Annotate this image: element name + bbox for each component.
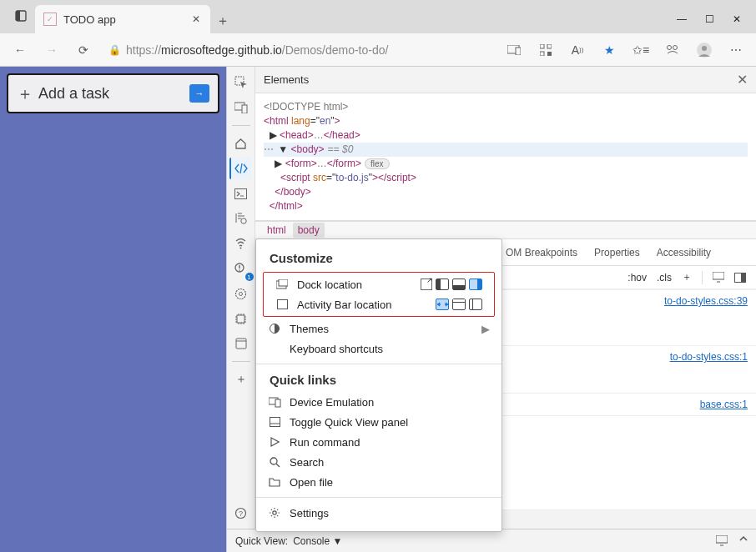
- search-row[interactable]: Search: [256, 452, 501, 472]
- dock-left-button[interactable]: [436, 279, 449, 290]
- dock-bottom-button[interactable]: [452, 279, 466, 290]
- svg-rect-3: [516, 48, 521, 55]
- add-task-label: Add a task: [38, 85, 109, 103]
- submit-task-button[interactable]: →: [189, 84, 209, 103]
- back-button[interactable]: ←: [7, 37, 33, 63]
- toggle-layout-icon[interactable]: [734, 273, 746, 283]
- device-emulation-row[interactable]: Device Emulation: [256, 392, 501, 412]
- browser-tab[interactable]: ✓ TODO app ✕: [35, 5, 210, 33]
- computed-icon[interactable]: [713, 272, 724, 283]
- open-file-row[interactable]: Open file: [256, 472, 501, 492]
- activity-bar: ＋ ?: [227, 67, 255, 529]
- layout-icon: [275, 298, 289, 311]
- ab-mode-left[interactable]: [469, 299, 482, 310]
- console-tab-icon[interactable]: [230, 183, 252, 204]
- ab-mode-top[interactable]: [452, 299, 466, 310]
- theme-icon: [268, 322, 281, 335]
- tab-favicon-icon: ✓: [43, 13, 57, 26]
- window-controls: — ☐ ✕: [677, 13, 749, 33]
- read-aloud-icon[interactable]: A)): [564, 37, 591, 63]
- toggle-quick-view-row[interactable]: Toggle Quick View panel: [256, 412, 501, 432]
- dock-location-row[interactable]: Dock location: [264, 274, 494, 294]
- breadcrumb-html[interactable]: html: [262, 223, 291, 238]
- dom-tree[interactable]: <!DOCTYPE html> <html lang="en"> ▶ <head…: [255, 93, 756, 221]
- dock-right-button[interactable]: [469, 279, 482, 290]
- collections-icon[interactable]: [659, 37, 686, 63]
- sources-tab-icon[interactable]: [230, 208, 252, 229]
- profile-icon[interactable]: [691, 37, 718, 63]
- minimize-button[interactable]: —: [677, 13, 687, 25]
- run-icon: [268, 435, 281, 449]
- panel-close-icon[interactable]: ✕: [737, 72, 748, 88]
- svg-point-8: [668, 45, 672, 49]
- address-bar[interactable]: 🔒 https://microsoftedge.github.io/Demos/…: [102, 38, 496, 63]
- gear-icon: [268, 506, 281, 519]
- tab-properties[interactable]: Properties: [594, 247, 640, 258]
- cls-toggle[interactable]: .cls: [657, 272, 672, 284]
- panel-title: Elements: [264, 73, 309, 86]
- devtools-panel: ＋ ? Elements ✕ <!DOCTYPE html> <html lan…: [226, 67, 756, 552]
- highlighted-region: Dock location Activity Bar: [263, 272, 495, 317]
- help-icon[interactable]: ?: [230, 502, 252, 524]
- new-tab-button[interactable]: ＋: [210, 8, 235, 33]
- quick-view-bar[interactable]: Quick View: Console ▼: [227, 529, 756, 552]
- ab-mode-auto[interactable]: [436, 299, 449, 310]
- svg-rect-28: [741, 273, 746, 282]
- themes-row[interactable]: Themes ▶: [256, 319, 501, 339]
- maximize-button[interactable]: ☐: [705, 13, 714, 25]
- svg-point-17: [240, 247, 242, 248]
- hov-toggle[interactable]: :hov: [627, 272, 647, 284]
- tab-actions-icon[interactable]: [7, 2, 35, 30]
- application-tab-icon[interactable]: [230, 333, 252, 354]
- svg-point-37: [273, 511, 276, 514]
- svg-rect-1: [16, 11, 20, 21]
- welcome-icon[interactable]: [230, 133, 252, 154]
- quickview-expand-icon[interactable]: [739, 535, 748, 546]
- settings-row[interactable]: Settings: [256, 503, 501, 523]
- tab-accessibility[interactable]: Accessibility: [657, 247, 711, 258]
- favorite-button[interactable]: ★: [596, 37, 622, 63]
- quickview-panel-icon[interactable]: [716, 535, 728, 546]
- customize-heading: Customize: [256, 248, 501, 270]
- svg-point-20: [236, 289, 246, 299]
- elements-tab-icon[interactable]: [229, 158, 251, 179]
- run-command-row[interactable]: Run command: [256, 432, 501, 452]
- flex-badge[interactable]: flex: [365, 158, 390, 169]
- device-emulation-icon[interactable]: [230, 97, 252, 118]
- window-titlebar: ✓ TODO app ✕ ＋ — ☐ ✕: [0, 0, 756, 33]
- activity-bar-location-row[interactable]: Activity Bar location: [264, 294, 494, 314]
- svg-rect-38: [716, 535, 728, 543]
- menu-button[interactable]: ⋯: [723, 37, 749, 63]
- page-content: ＋Add a task →: [0, 67, 226, 552]
- lock-icon: 🔒: [108, 44, 121, 56]
- styles-pane: OM Breakpoints Properties Accessibility …: [255, 239, 756, 509]
- dock-icon: [275, 278, 289, 291]
- network-tab-icon[interactable]: [230, 233, 252, 254]
- tab-close-icon[interactable]: ✕: [190, 12, 202, 27]
- close-button[interactable]: ✕: [733, 13, 741, 25]
- device-icon: [268, 395, 281, 409]
- more-tools-icon[interactable]: ＋: [230, 369, 252, 390]
- svg-point-9: [673, 45, 678, 49]
- breadcrumb-body[interactable]: body: [293, 223, 325, 238]
- quick-links-heading: Quick links: [256, 369, 501, 392]
- svg-rect-15: [235, 188, 247, 198]
- selected-dims: == $0: [328, 143, 354, 157]
- issues-tab-icon[interactable]: [230, 258, 252, 279]
- dock-undock-button[interactable]: [421, 279, 432, 290]
- svg-rect-31: [277, 300, 287, 309]
- screen-icon[interactable]: [501, 37, 527, 63]
- memory-tab-icon[interactable]: [230, 308, 252, 329]
- performance-tab-icon[interactable]: [230, 283, 252, 304]
- add-task-card[interactable]: ＋Add a task →: [7, 73, 219, 113]
- breadcrumb[interactable]: html body: [255, 221, 756, 239]
- qr-icon[interactable]: [532, 37, 559, 63]
- svg-rect-23: [236, 339, 246, 349]
- inspect-icon[interactable]: [230, 72, 252, 93]
- tab-dom-breakpoints[interactable]: OM Breakpoints: [506, 247, 577, 258]
- favorites-list-icon[interactable]: ✩≡: [627, 37, 654, 63]
- keyboard-shortcuts-row[interactable]: Keyboard shortcuts: [256, 339, 501, 359]
- new-rule-icon[interactable]: ＋: [682, 270, 692, 284]
- quickview-selector[interactable]: Console ▼: [293, 535, 342, 547]
- reload-button[interactable]: ⟳: [70, 37, 97, 63]
